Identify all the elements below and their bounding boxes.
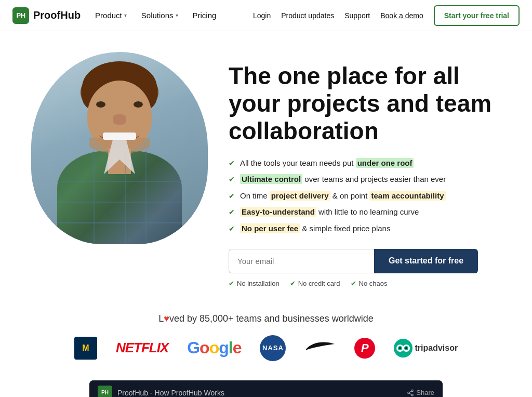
list-item: ✔ On time project delivery & on point te… [229,190,511,202]
hero-section: The one place for all your projects and … [0,31,532,298]
check-icon: ✔ [229,191,235,202]
chevron-down-icon: ▾ [176,12,178,18]
list-item: ✔ Easy-to-understand with little to no l… [229,206,511,218]
check-icon: ✔ [229,280,234,287]
nav-book-demo[interactable]: Book a demo [380,11,423,20]
svg-line-11 [409,391,411,392]
navbar: PH ProofHub Product ▾ Solutions ▾ Pricin… [0,0,532,31]
hero-image [21,52,218,244]
nav-product[interactable]: Product ▾ [95,11,127,20]
nav-right: Login Product updates Support Book a dem… [253,5,520,26]
svg-point-8 [408,392,410,394]
video-logo-icon: PH [98,386,112,397]
hero-content: The one place for all your projects and … [218,52,511,287]
video-section: // inline dot grid for (let r=0;r<5;r++)… [0,370,532,397]
nav-support[interactable]: Support [344,11,370,20]
brand-nasa: NASA [260,337,286,360]
share-icon [407,389,414,396]
svg-point-4 [399,347,401,349]
nav-solutions[interactable]: Solutions ▾ [141,11,178,20]
brands-row: M NETFLIX Google NASA [10,337,522,360]
cta-note-credit-card: ✔ No credit card [290,280,340,287]
start-trial-button[interactable]: Start your free trial [434,5,520,26]
cta-row: Get started for free [229,249,511,273]
svg-point-7 [411,390,414,392]
nav-product-updates[interactable]: Product updates [281,11,334,20]
brand-pinterest: P [354,337,375,360]
decorative-area [0,365,532,370]
email-input[interactable] [229,249,374,273]
video-share[interactable]: Share [407,389,434,396]
svg-line-10 [409,393,411,394]
logo[interactable]: PH ProofHub [12,7,81,24]
check-icon: ✔ [229,175,235,185]
dot-grid: // inline dot grid for (let r=0;r<5;r++)… [464,370,527,397]
svg-point-9 [411,394,414,396]
check-icon: ✔ [290,280,296,287]
brand-netflix: NETFLIX [116,337,168,360]
get-started-button[interactable]: Get started for free [374,249,478,273]
list-item: ✔ No per user fee & simple fixed price p… [229,223,511,234]
check-icon: ✔ [351,280,356,287]
hero-title: The one place for all your projects and … [229,62,511,145]
brand-michigan: M [74,337,97,360]
chevron-down-icon: ▾ [124,12,127,18]
loved-section: L♥ved by 85,000+ teams and businesses wo… [0,298,532,370]
logo-icon: PH [12,7,29,24]
video-header: PH ProofHub - How ProofHub Works Share [89,380,443,397]
check-icon: ✔ [229,224,235,234]
brand-google: Google [187,337,241,360]
heart-icon: ♥ [164,313,169,324]
features-list: ✔ All the tools your team needs put unde… [229,157,511,234]
cta-note-installation: ✔ No installation [229,280,280,287]
list-item: ✔ All the tools your team needs put unde… [229,157,511,169]
video-title: ProofHub - How ProofHub Works [117,389,402,397]
nav-login[interactable]: Login [253,11,271,20]
loved-text: L♥ved by 85,000+ teams and businesses wo… [10,313,522,324]
video-wrapper[interactable]: PH ProofHub - How ProofHub Works Share [89,380,443,397]
check-icon: ✔ [229,158,235,169]
nav-pricing[interactable]: Pricing [193,11,217,20]
brand-tripadvisor: tripadvisor [394,337,458,360]
svg-point-5 [405,347,407,349]
list-item: ✔ Ultimate control over teams and projec… [229,174,511,185]
cta-note-chaos: ✔ No chaos [351,280,388,287]
nav-left: PH ProofHub Product ▾ Solutions ▾ Pricin… [12,7,216,24]
check-icon: ✔ [229,207,235,218]
brand-nike [304,337,336,360]
cta-notes: ✔ No installation ✔ No credit card ✔ No … [229,280,511,287]
hero-person [31,52,208,244]
